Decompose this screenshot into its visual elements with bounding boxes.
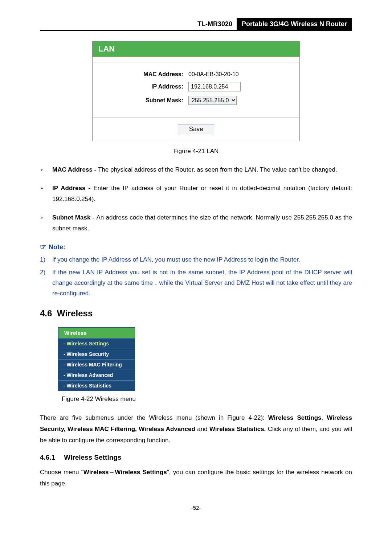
menu-item-wireless-mac-filtering[interactable]: - Wireless MAC Filtering [58,359,135,370]
wireless-intro-paragraph: There are five submenus under the Wirele… [40,412,352,446]
definition-list: ➢ MAC Address - The physical address of … [40,164,352,234]
section-4-6-heading: 4.6 Wireless [40,308,352,319]
bullet-ip: ➢ IP Address - Enter the IP address of y… [40,183,352,205]
lan-panel: LAN MAC Address: 00-0A-EB-30-20-10 IP Ad… [92,41,300,141]
note-heading: ☞Note: [40,242,352,251]
divider [93,57,299,62]
figure-4-21-caption: Figure 4-21 LAN [40,148,352,155]
ip-address-input[interactable] [188,82,241,91]
wireless-menu-header[interactable]: Wireless [58,328,135,338]
menu-item-wireless-statistics[interactable]: - Wireless Statistics [58,380,135,391]
triangle-bullet-icon: ➢ [40,212,52,234]
subnet-mask-select[interactable]: 255.255.255.0 [188,96,237,105]
menu-item-wireless-settings[interactable]: - Wireless Settings [58,338,135,349]
wireless-settings-paragraph: Choose menu "Wireless→Wireless Settings"… [40,467,352,489]
document-header: TL-MR3020 Portable 3G/4G Wireless N Rout… [40,18,352,31]
note-text: If the new LAN IP Address you set is not… [52,267,352,299]
note-number: 2) [40,267,52,299]
triangle-bullet-icon: ➢ [40,164,52,176]
menu-item-wireless-advanced[interactable]: - Wireless Advanced [58,370,135,380]
menu-item-wireless-security[interactable]: - Wireless Security [58,349,135,359]
note-number: 1) [40,255,52,265]
note-list: 1) If you change the IP Address of LAN, … [40,255,352,299]
page-number: -52- [40,505,352,511]
figure-4-22-caption: Figure 4-22 Wireless menu [62,395,352,403]
triangle-bullet-icon: ➢ [40,183,52,205]
wireless-menu: Wireless - Wireless Settings - Wireless … [58,327,135,391]
mac-address-value: 00-0A-EB-30-20-10 [188,71,239,78]
lan-panel-title: LAN [93,41,299,57]
save-button[interactable]: Save [178,124,215,134]
section-4-6-1-heading: 4.6.1Wireless Settings [40,454,352,461]
ip-address-label: IP Address: [103,83,188,90]
subnet-mask-label: Subnet Mask: [103,97,188,104]
product-label: Portable 3G/4G Wireless N Router [237,18,352,30]
mac-address-label: MAC Address: [103,71,188,78]
bullet-mac: ➢ MAC Address - The physical address of … [40,164,352,176]
model-label: TL-MR3020 [193,18,237,30]
bullet-subnet: ➢ Subnet Mask - An address code that det… [40,212,352,234]
pointing-hand-icon: ☞ [40,243,46,251]
note-text: If you change the IP Address of LAN, you… [52,255,352,265]
